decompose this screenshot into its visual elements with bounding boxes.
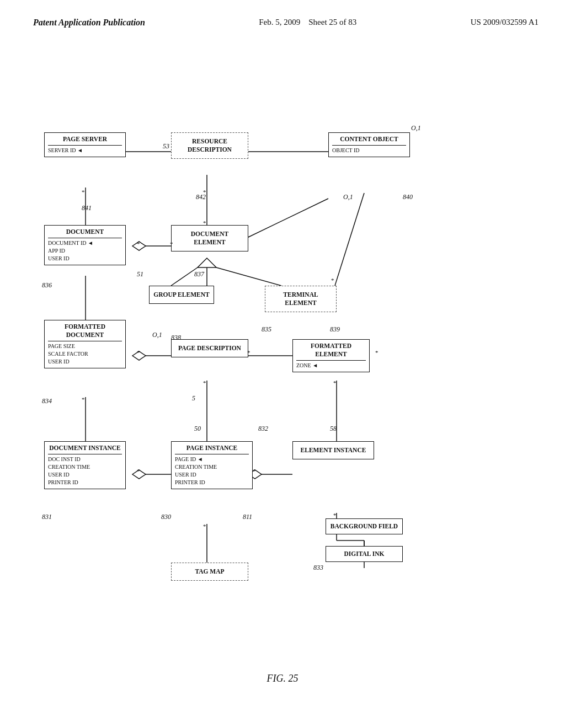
label-53: 53 xyxy=(163,142,169,151)
digital-ink-box: DIGITAL INK xyxy=(326,546,403,562)
background-field-box: BACKGROUND FIELD xyxy=(326,518,403,534)
svg-line-9 xyxy=(171,267,198,286)
label-837: 837 xyxy=(194,270,204,279)
publication-title: Patent Application Publication xyxy=(33,18,145,28)
header-center: Feb. 5, 2009 Sheet 25 of 83 xyxy=(259,18,356,27)
tag-map-box: TAG MAP xyxy=(171,563,248,581)
label-831: 831 xyxy=(42,513,52,521)
document-instance-box: DOCUMENT INSTANCE DOC INST ID CREATION T… xyxy=(44,441,126,489)
mult-pd-right: * xyxy=(247,349,250,356)
mult-page-server-down: * xyxy=(82,189,85,195)
label-o1-content: O,1 xyxy=(343,193,353,201)
resource-description-box: RESOURCE DESCRIPTION xyxy=(171,132,248,159)
label-835: 835 xyxy=(262,325,271,334)
label-50: 50 xyxy=(194,425,201,433)
label-o1-group: O,1 xyxy=(152,331,162,339)
formatted-document-box: FORMATTED DOCUMENT PAGE SIZE SCALE FACTO… xyxy=(44,320,126,368)
content-object-box: CONTENT OBJECT OBJECT ID xyxy=(328,132,410,157)
mult-pi-right: * xyxy=(253,468,256,474)
page-server-box: PAGE SERVER SERVER ID ◄ xyxy=(44,132,126,157)
diagram-area: PAGE SERVER SERVER ID ◄ RESOURCE DESCRIP… xyxy=(0,39,565,667)
page-description-box: PAGE DESCRIPTION xyxy=(171,339,248,357)
page-instance-box: PAGE INSTANCE PAGE ID ◄ CREATION TIME US… xyxy=(171,441,253,489)
mult-formatted-doc-down: * xyxy=(82,396,85,403)
label-58: 58 xyxy=(330,425,337,433)
label-o1-top: O,1 xyxy=(411,124,421,132)
mult-doc-element-right: * xyxy=(170,240,173,247)
label-51: 51 xyxy=(137,270,143,279)
mult-pi-down: * xyxy=(203,523,206,529)
mult-doc-right: * xyxy=(137,240,140,247)
mult-fd-right: * xyxy=(137,349,140,356)
document-box: DOCUMENT DOCUMENT ID ◄ APP ID USER ID xyxy=(44,225,126,265)
figure-caption: FIG. 25 xyxy=(0,673,565,695)
group-element-box: GROUP ELEMENT xyxy=(149,286,214,304)
formatted-element-box: FORMATTED ELEMENT ZONE ◄ xyxy=(292,339,370,372)
label-830: 830 xyxy=(161,513,171,521)
mult-fe-down2: * xyxy=(333,379,337,386)
patent-number: US 2009/032599 A1 xyxy=(471,18,539,27)
element-instance-box: ELEMENT INSTANCE xyxy=(292,441,374,459)
svg-line-4 xyxy=(248,199,328,237)
svg-line-27 xyxy=(331,193,364,298)
label-833: 833 xyxy=(313,564,323,572)
label-838: 838 xyxy=(171,334,181,342)
sheet: Sheet 25 of 83 xyxy=(308,18,356,26)
date: Feb. 5, 2009 xyxy=(259,18,300,26)
terminal-element-box: TERMINAL ELEMENT xyxy=(265,286,337,312)
mult-pd-down: * xyxy=(203,379,206,386)
mult-ei-down: * xyxy=(333,512,337,518)
label-839: 839 xyxy=(330,325,340,334)
label-836: 836 xyxy=(42,281,52,290)
mult-di-right: * xyxy=(137,468,140,474)
document-element-box: DOCUMENT ELEMENT xyxy=(171,225,248,251)
label-834: 834 xyxy=(42,397,52,405)
label-840: 840 xyxy=(403,193,413,201)
mult-doc-element: * xyxy=(203,220,206,226)
svg-line-10 xyxy=(216,267,281,286)
label-5: 5 xyxy=(192,394,195,403)
mult-terminal: * xyxy=(331,277,334,283)
label-832: 832 xyxy=(258,425,268,433)
mult-resource-down: * xyxy=(203,189,206,195)
mult-fe-down: * xyxy=(375,349,379,356)
label-811: 811 xyxy=(243,513,252,521)
page-header: Patent Application Publication Feb. 5, 2… xyxy=(0,0,565,28)
label-841: 841 xyxy=(82,204,92,212)
svg-marker-8 xyxy=(198,258,216,267)
